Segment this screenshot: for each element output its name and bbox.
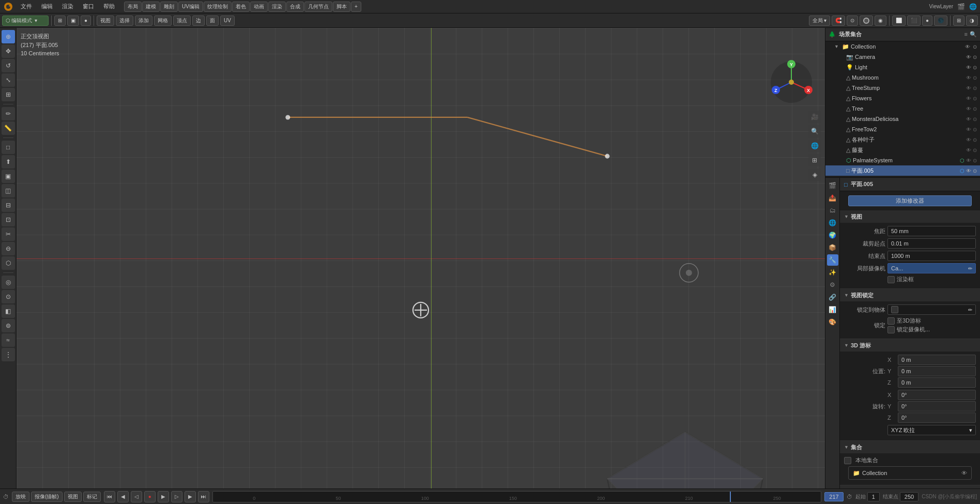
selectable-collection[interactable]: ⊙ [973,44,977,50]
local-camera-value[interactable]: Ca... ✏ [887,263,976,273]
tab-shading[interactable]: 着色 [232,2,250,12]
shading-wireframe[interactable]: ⬜ [892,16,906,26]
props-tab-world[interactable]: 🌍 [827,230,838,241]
play-btn[interactable]: ▶ [158,491,169,502]
proportional-toggle[interactable]: ⊙ [847,16,858,26]
sel-palmate[interactable]: ⊙ [973,158,977,163]
tab-layout[interactable]: 布局 [124,2,142,12]
outliner-filter-icon[interactable]: ≡ [964,31,968,38]
outliner-item-leaves[interactable]: △ 各种叶子 👁 ⊙ [825,134,980,145]
viewport-grid-toggle[interactable]: ⊞ [808,154,821,166]
viewport[interactable]: 正交顶视图 (217) 平面.005 10 Centimeters [17,28,825,488]
end-frame-input[interactable]: 250 [900,492,918,501]
outliner-item-palmate[interactable]: ⬡ PalmateSystem ⬡ 👁 ⊙ [825,155,980,165]
jump-to-end-btn[interactable]: ⏭ [198,491,209,502]
toolbar-uv[interactable]: UV [220,16,235,26]
tab-modeling[interactable]: 建模 [142,2,160,12]
timeline-scrubber[interactable]: 0 50 100 150 200 210 250 [212,491,822,502]
rot-z-value[interactable]: 0° [898,413,976,423]
viewport-magnify[interactable]: 🔍 [808,125,821,138]
next-keyframe-btn[interactable]: ▶ [185,491,196,502]
tool-shrink[interactable]: ◎ [2,276,15,289]
tool-rotate[interactable]: ↺ [2,59,15,72]
editor-type[interactable]: ⊞ [953,16,964,26]
next-frame-btn[interactable]: ▷ [171,491,182,502]
tool-extrude[interactable]: ⬆ [2,155,15,169]
mode-markers[interactable]: 标记 [83,492,101,502]
outliner-item-mushroom[interactable]: △ Mushroom 👁 ⊙ [825,72,980,83]
props-tab-physics[interactable]: ⚙ [827,279,838,291]
hide-collection[interactable]: 👁 [965,44,970,50]
tab-uv[interactable]: UV编辑 [178,2,203,12]
tool-scale[interactable]: ⤡ [2,73,15,87]
global-dropdown[interactable]: 全局 ▾ [809,16,830,26]
pos-x-value[interactable]: 0 m [898,355,976,365]
hide-mushroom[interactable]: 👁 [966,75,971,81]
rot-x-value[interactable]: 0° [898,390,976,400]
shading-material[interactable]: ● [922,16,932,26]
toolbar-view[interactable]: 视图 [97,16,114,26]
tool-add-cube[interactable]: □ [2,141,15,154]
menu-render[interactable]: 渲染 [58,2,78,11]
tool-annotate[interactable]: ✏ [2,107,15,120]
tool-poly-build[interactable]: ⬡ [2,256,15,270]
outliner-item-monstera[interactable]: △ MonsteraDeliciosa 👁 ⊙ [825,114,980,124]
view-section-header[interactable]: 视图 [840,210,980,223]
toolbar-edge[interactable]: 边 [192,16,205,26]
hide-light[interactable]: 👁 [966,65,971,70]
record-btn[interactable]: ● [144,491,156,502]
prev-keyframe-btn[interactable]: ◀ [117,491,129,502]
hide-plane[interactable]: 👁 [966,168,971,174]
props-tab-data[interactable]: 📊 [827,304,838,315]
tool-shear[interactable]: ◧ [2,304,15,318]
mode-recording[interactable]: 报像(描帧) [31,492,63,502]
sel-camera[interactable]: ⊙ [973,54,977,60]
sel-plane[interactable]: ⊙ [973,168,977,174]
hide-leaves[interactable]: 👁 [966,137,971,143]
lock-cursor-checkbox[interactable] [887,317,895,325]
outliner-item-tree[interactable]: △ Tree 👁 ⊙ [825,103,980,114]
tool-randomize[interactable]: ⋮ [2,348,15,361]
lock-object-value[interactable]: ✏ [887,304,976,315]
rot-y-value[interactable]: 0° [898,401,976,411]
props-tab-view-layer[interactable]: 🗂 [827,205,838,216]
shading-solid[interactable]: ⬛ [907,16,921,26]
outliner-item-treestump[interactable]: △ TreeStump 👁 ⊙ [825,83,980,93]
tab-texture[interactable]: 纹理绘制 [204,2,232,12]
tab-scripting[interactable]: 脚本 [333,2,350,12]
viewport-overlay[interactable]: ◈ [808,169,821,181]
start-frame-input[interactable]: 1 [867,492,880,501]
sel-treestump[interactable]: ⊙ [973,85,977,91]
viewport-gizmo[interactable]: Y X Z [768,59,815,106]
tool-loop-cut[interactable]: ⊟ [2,198,15,212]
lock-camera-checkbox[interactable] [887,326,895,333]
toolbar-vertex[interactable]: 顶点 [173,16,191,26]
hide-vine[interactable]: 👁 [966,147,971,153]
pos-z-value[interactable]: 0 m [898,377,976,388]
sel-mushroom[interactable]: ⊙ [973,75,977,81]
outliner-item-vine[interactable]: △ 藤蔓 👁 ⊙ [825,145,980,155]
viewport-type-wire[interactable]: ▣ [67,16,79,26]
tool-move[interactable]: ✥ [2,44,15,58]
props-tab-render[interactable]: 🎬 [827,180,838,191]
render-border-checkbox[interactable] [887,276,895,283]
hide-flowers[interactable]: 👁 [966,96,971,101]
props-tab-modifier[interactable]: 🔧 [827,254,838,266]
tool-bevel[interactable]: ◫ [2,184,15,197]
current-frame-display[interactable]: 217 [824,492,843,501]
props-tab-constraints[interactable]: 🔗 [827,292,838,303]
tool-bisect[interactable]: ⊖ [2,242,15,255]
tool-knife[interactable]: ✂ [2,227,15,241]
tool-offset-cut[interactable]: ⊡ [2,213,15,226]
outliner-item-plane005[interactable]: □ 平面.005 ⬡ 👁 ⊙ [825,165,980,176]
sel-light[interactable]: ⊙ [973,65,977,70]
lock-object-checkbox[interactable] [891,306,898,313]
viewport-zoom-camera[interactable]: 🎥 [808,111,821,123]
menu-file[interactable]: 文件 [17,2,36,11]
mode-dropdown[interactable]: ⬡ 编辑模式 ▾ [2,16,49,26]
collection-item-main[interactable]: 📁 Collection 👁 [848,466,972,480]
overlay-toggle[interactable] [860,16,873,26]
props-tab-material[interactable]: 🎨 [827,316,838,328]
menu-edit[interactable]: 编辑 [37,2,57,11]
viewport-type-solid[interactable]: ⊞ [54,16,66,26]
